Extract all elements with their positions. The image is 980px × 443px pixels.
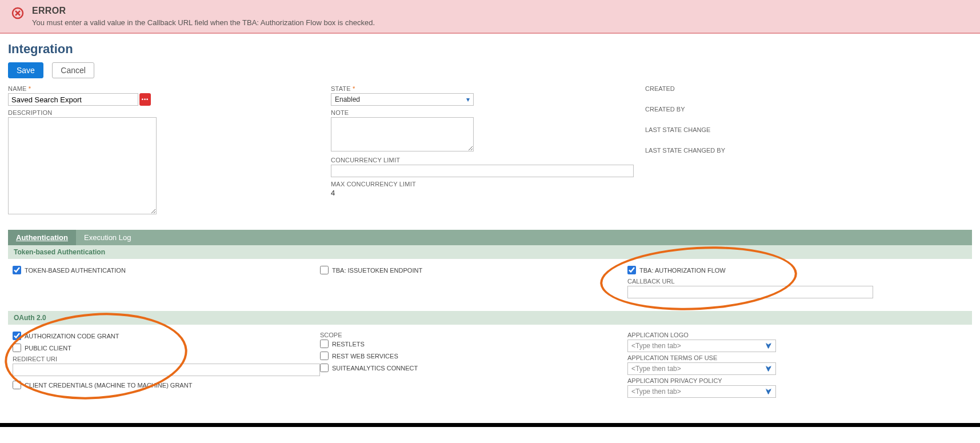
error-icon: [11, 7, 24, 21]
double-caret-icon: ⮟: [765, 342, 772, 350]
description-label: DESCRIPTION: [8, 109, 319, 116]
error-message: You must enter a valid value in the Call…: [32, 18, 375, 27]
save-button[interactable]: Save: [8, 62, 43, 78]
page-title: Integration: [8, 42, 972, 57]
app-privacy-label: APPLICATION PRIVACY POLICY: [627, 377, 873, 384]
redirect-uri-input[interactable]: [13, 364, 320, 376]
suiteanalytics-checkbox[interactable]: [320, 364, 329, 372]
app-terms-select[interactable]: <Type then tab> ⮟: [627, 362, 776, 375]
redirect-uri-label: REDIRECT URI: [13, 356, 320, 362]
created-by-label: CREATED BY: [645, 106, 891, 113]
tab-authentication[interactable]: Authentication: [8, 230, 76, 245]
app-logo-placeholder: <Type then tab>: [631, 342, 681, 350]
app-terms-placeholder: <Type then tab>: [631, 365, 681, 373]
tba-auth-flow-checkbox[interactable]: [627, 266, 636, 274]
app-privacy-select[interactable]: <Type then tab> ⮟: [627, 385, 776, 398]
max-concurrency-label: MAX CONCURRENCY LIMIT: [331, 181, 634, 187]
restlets-checkbox[interactable]: [320, 340, 329, 348]
description-textarea[interactable]: [8, 117, 157, 214]
concurrency-label: CONCURRENCY LIMIT: [331, 157, 634, 163]
max-concurrency-value: 4: [331, 189, 634, 197]
tba-issuetoken-checkbox[interactable]: [320, 266, 329, 274]
button-row: Save Cancel: [8, 62, 972, 78]
note-textarea[interactable]: [331, 117, 474, 151]
note-label: NOTE: [331, 109, 634, 116]
restlets-label: RESTLETS: [332, 341, 365, 348]
state-value: Enabled: [335, 95, 360, 103]
caret-down-icon: ▾: [466, 95, 470, 103]
tba-issuetoken-label: TBA: ISSUETOKEN ENDPOINT: [332, 267, 422, 274]
state-label: STATE: [331, 85, 634, 92]
public-client-label: PUBLIC CLIENT: [25, 345, 71, 352]
app-terms-label: APPLICATION TERMS OF USE: [627, 354, 873, 361]
name-expand-button[interactable]: •••: [139, 93, 151, 106]
section-heading-tba: Token-based Authentication: [8, 245, 972, 259]
last-state-changed-by-label: LAST STATE CHANGED BY: [645, 147, 891, 154]
callback-url-label: CALLBACK URL: [627, 278, 873, 285]
ellipsis-icon: •••: [142, 97, 149, 102]
double-caret-icon: ⮟: [765, 365, 772, 373]
section-heading-oauth: OAuth 2.0: [8, 311, 972, 325]
client-credentials-checkbox[interactable]: [13, 381, 21, 389]
last-state-change-label: LAST STATE CHANGE: [645, 126, 891, 133]
tba-checkbox[interactable]: [13, 266, 21, 274]
rest-ws-checkbox[interactable]: [320, 352, 329, 360]
double-caret-icon: ⮟: [765, 388, 772, 396]
cancel-button[interactable]: Cancel: [52, 62, 94, 78]
tab-bar: Authentication Execution Log: [8, 230, 972, 245]
callback-url-input[interactable]: [627, 286, 873, 298]
public-client-checkbox[interactable]: [13, 344, 21, 352]
app-privacy-placeholder: <Type then tab>: [631, 388, 681, 396]
suiteanalytics-label: SUITEANALYTICS CONNECT: [332, 365, 418, 372]
created-label: CREATED: [645, 85, 891, 92]
tab-execution-log[interactable]: Execution Log: [76, 230, 139, 245]
name-label: NAME: [8, 85, 319, 92]
app-logo-select[interactable]: <Type then tab> ⮟: [627, 340, 776, 352]
name-input[interactable]: [8, 93, 138, 106]
scope-label: SCOPE: [320, 332, 627, 338]
error-title: ERROR: [32, 6, 375, 16]
state-select[interactable]: Enabled ▾: [331, 93, 474, 106]
client-credentials-label: CLIENT CREDENTIALS (MACHINE TO MACHINE) …: [25, 382, 192, 389]
auth-code-grant-label: AUTHORIZATION CODE GRANT: [25, 333, 119, 340]
app-logo-label: APPLICATION LOGO: [627, 332, 873, 338]
error-banner: ERROR You must enter a valid value in th…: [0, 0, 980, 34]
tba-label: TOKEN-BASED AUTHENTICATION: [25, 267, 126, 274]
auth-code-grant-checkbox[interactable]: [13, 332, 21, 340]
rest-ws-label: REST WEB SERVICES: [332, 353, 398, 360]
concurrency-input[interactable]: [331, 165, 634, 177]
tba-auth-flow-label: TBA: AUTHORIZATION FLOW: [639, 267, 726, 274]
bottom-border: [0, 423, 980, 427]
